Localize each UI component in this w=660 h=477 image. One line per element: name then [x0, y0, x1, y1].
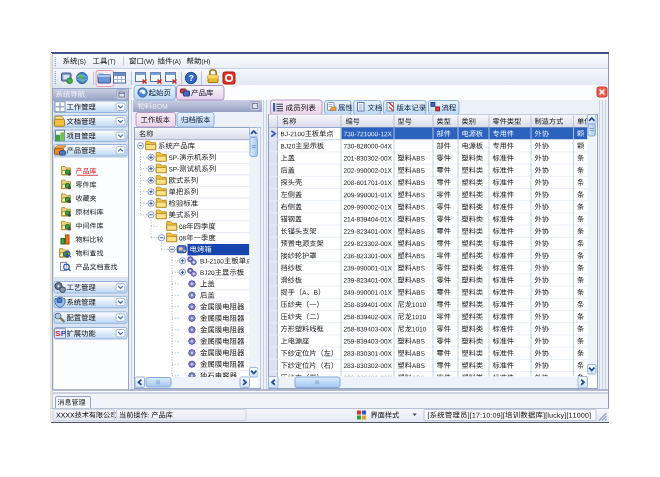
- svg-text:?: ?: [188, 73, 193, 83]
- svg-text:SP: SP: [55, 329, 66, 338]
